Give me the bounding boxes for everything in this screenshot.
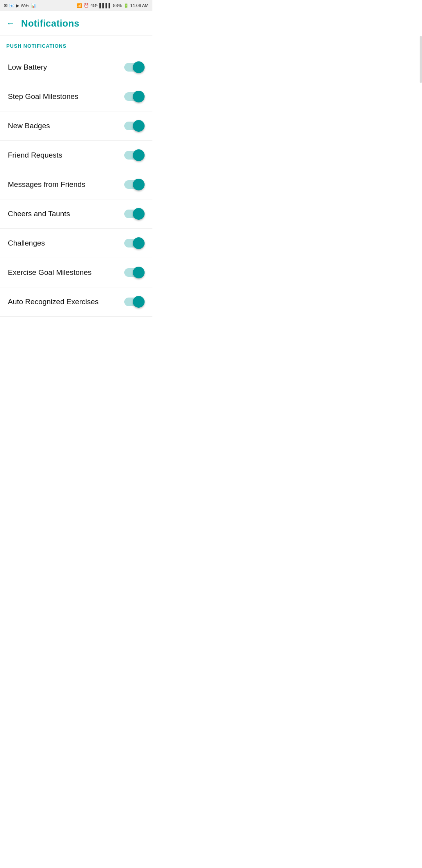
notification-label-new-badges: New Badges xyxy=(8,122,50,130)
notification-label-messages-from-friends: Messages from Friends xyxy=(8,180,86,189)
toggle-exercise-goal-milestones[interactable] xyxy=(124,267,145,278)
bluetooth-icon: 📶 xyxy=(77,3,82,8)
status-left-icons: ✉ 📧 ▶ WiFi 📊 xyxy=(4,3,36,8)
notification-label-auto-recognized-exercises: Auto Recognized Exercises xyxy=(8,298,98,306)
play-icon: ▶ xyxy=(16,3,19,8)
notification-label-exercise-goal-milestones: Exercise Goal Milestones xyxy=(8,268,91,277)
toggle-thumb-new-badges xyxy=(133,120,145,132)
toggle-thumb-cheers-and-taunts xyxy=(133,208,145,220)
notification-item-low-battery: Low Battery xyxy=(0,53,152,82)
toggle-new-badges[interactable] xyxy=(124,120,145,132)
toggle-step-goal-milestones[interactable] xyxy=(124,91,145,102)
notification-item-exercise-goal-milestones: Exercise Goal Milestones xyxy=(0,258,152,287)
toggle-auto-recognized-exercises[interactable] xyxy=(124,296,145,308)
notification-item-new-badges: New Badges xyxy=(0,111,152,141)
battery-icon: 🔋 xyxy=(123,3,129,8)
back-button[interactable]: ← xyxy=(6,18,15,29)
status-right-icons: 📶 ⏰ 4Gᴸ ▌▌▌▌ 88% 🔋 11:06 AM xyxy=(77,3,148,8)
toggle-thumb-auto-recognized-exercises xyxy=(133,296,145,308)
status-bar: ✉ 📧 ▶ WiFi 📊 📶 ⏰ 4Gᴸ ▌▌▌▌ 88% 🔋 11:06 AM xyxy=(0,0,152,11)
toggle-friend-requests[interactable] xyxy=(124,149,145,161)
toggle-thumb-messages-from-friends xyxy=(133,179,145,190)
notification-item-messages-from-friends: Messages from Friends xyxy=(0,170,152,199)
app-bar: ← Notifications xyxy=(0,11,152,36)
email-icon: ✉ xyxy=(4,3,7,8)
notification-label-low-battery: Low Battery xyxy=(8,63,47,72)
lte-icon: 4Gᴸ xyxy=(91,3,98,8)
notification-item-auto-recognized-exercises: Auto Recognized Exercises xyxy=(0,287,152,317)
notification-label-friend-requests: Friend Requests xyxy=(8,151,62,160)
mail-icon: 📧 xyxy=(9,3,14,8)
toggle-low-battery[interactable] xyxy=(124,61,145,73)
notification-item-cheers-and-taunts: Cheers and Taunts xyxy=(0,199,152,229)
notification-label-challenges: Challenges xyxy=(8,239,45,247)
toggle-cheers-and-taunts[interactable] xyxy=(124,208,145,220)
notification-label-cheers-and-taunts: Cheers and Taunts xyxy=(8,210,70,218)
activity-icon: 📊 xyxy=(31,3,36,8)
toggle-thumb-friend-requests xyxy=(133,149,145,161)
notification-item-step-goal-milestones: Step Goal Milestones xyxy=(0,82,152,111)
toggle-messages-from-friends[interactable] xyxy=(124,179,145,190)
notifications-list: Low BatteryStep Goal MilestonesNew Badge… xyxy=(0,53,152,317)
toggle-thumb-low-battery xyxy=(133,61,145,73)
toggle-challenges[interactable] xyxy=(124,237,145,249)
toggle-thumb-challenges xyxy=(133,237,145,249)
toggle-thumb-exercise-goal-milestones xyxy=(133,267,145,278)
notification-item-challenges: Challenges xyxy=(0,229,152,258)
page-title: Notifications xyxy=(21,18,79,29)
alarm-icon: ⏰ xyxy=(84,3,89,8)
section-header-push-notifications: PUSH NOTIFICATIONS xyxy=(0,36,152,53)
wifi-icon: WiFi xyxy=(21,3,29,8)
notification-item-friend-requests: Friend Requests xyxy=(0,141,152,170)
notification-label-step-goal-milestones: Step Goal Milestones xyxy=(8,92,79,101)
toggle-thumb-step-goal-milestones xyxy=(133,91,145,102)
battery-percent: 88% xyxy=(113,3,122,8)
signal-icon: ▌▌▌▌ xyxy=(99,3,111,8)
time-display: 11:06 AM xyxy=(131,3,148,8)
